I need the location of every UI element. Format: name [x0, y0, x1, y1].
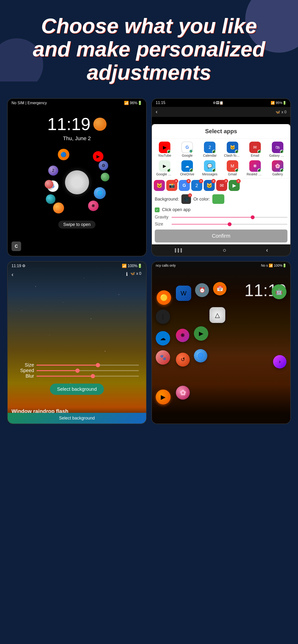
bg-color-row: Background: 🌑 ✕ Or color:	[152, 192, 290, 206]
screenshots-grid: No SIM | Emergency 📶 96%🔋 11:19 Thu, Jun…	[0, 94, 298, 434]
selected-app-2[interactable]: G ✕	[179, 180, 190, 191]
floating-app-youtube[interactable]: ▶	[156, 390, 171, 404]
orb-purple: ⚙	[99, 161, 108, 170]
floating-app-2[interactable]: W	[176, 286, 191, 301]
size-fill	[172, 224, 230, 225]
app-item-gallery[interactable]: 🌸✓ Gallery	[267, 159, 288, 177]
size-slider[interactable]	[172, 224, 287, 225]
selected-app-6[interactable]: ▶ ✕	[229, 180, 240, 191]
orb-orange: 🔵	[58, 149, 69, 160]
app-item-gmail[interactable]: M✓ Gmail	[221, 159, 243, 177]
click-open-checkbox[interactable]: ✓	[155, 208, 160, 212]
floating-app-8[interactable]: ❋	[176, 329, 189, 342]
ss3-statusbar: 11:19 ⚙ 📶 100%🔋	[8, 262, 146, 270]
selected-app-3[interactable]: 2 ✕	[191, 180, 202, 191]
rain-speed-track[interactable]	[37, 370, 139, 371]
remove-badge-5: ✕	[224, 179, 228, 183]
time-ball	[93, 118, 106, 131]
floating-app-9[interactable]: 🐾	[156, 350, 170, 365]
app-item-samsung-int[interactable]: 🌐✓ Samsung Int...	[199, 178, 221, 178]
app-item-email[interactable]: ✉✓ Email	[244, 141, 266, 158]
nav-recents[interactable]: ‹	[266, 247, 268, 254]
rain-size-thumb[interactable]	[96, 363, 100, 367]
app-item-real4d[interactable]: ❋✓ Real4d Wall...	[244, 159, 266, 177]
app-icon-messages: 💬✓	[204, 160, 215, 172]
app-item-phone[interactable]: 📞✓ Phone	[221, 178, 243, 178]
orb-pink: ❋	[88, 200, 99, 211]
rain-overlay	[8, 262, 146, 424]
app-item-google[interactable]: G✓ Google	[176, 141, 198, 158]
floating-app-4[interactable]: 📅	[213, 282, 226, 296]
back-arrow[interactable]: ‹	[12, 271, 14, 278]
floating-app-7[interactable]: ☁	[156, 331, 170, 346]
app-item-youtube[interactable]: ▶✓ YouTube	[154, 141, 175, 158]
color-swatch[interactable]	[212, 194, 224, 204]
orb-red	[45, 180, 53, 188]
rain-size-row: Size	[15, 362, 139, 368]
bg-remove-btn: ✕	[188, 193, 192, 197]
floating-app-13[interactable]: 🌸	[176, 386, 190, 400]
remove-badge-4: ✕	[211, 179, 216, 183]
app-item-messages[interactable]: 💬✓ Messages	[199, 159, 221, 177]
app-item-calendar[interactable]: 2✓ Calendar	[199, 141, 221, 158]
floating-app-10[interactable]: ›	[273, 355, 286, 368]
app-icon-email: ✉✓	[249, 142, 261, 153]
date-display: Thu, June 2	[63, 135, 91, 142]
confirm-button[interactable]: Confirm	[155, 230, 287, 242]
floating-app-1[interactable]: 🟡	[157, 290, 171, 305]
ss4-statusbar: ncy calls only No s 📶 100%🔋	[152, 262, 290, 269]
app-item-galaxy[interactable]: 🛍✓ Galaxy Store	[267, 141, 288, 158]
size-slider-row: Size	[152, 221, 290, 228]
app-item-playstore[interactable]: ▶✓ Google Play...	[154, 159, 175, 177]
apps-grid: ▶✓ YouTube G✓ Google 2✓ Calendar 🐱✓ Clas…	[152, 139, 290, 178]
rain-speed-thumb[interactable]	[75, 368, 80, 373]
floating-app-6[interactable]: ⋮	[156, 310, 170, 324]
gravity-thumb[interactable]	[251, 216, 255, 219]
check-gallery: ✓	[280, 168, 284, 172]
app-icon-galaxy: 🛍✓	[272, 142, 283, 153]
rain-size-fill	[37, 365, 98, 366]
bg-thumb[interactable]: 🌑 ✕	[181, 194, 191, 204]
app-icon-clash: 🐱✓	[227, 142, 238, 153]
rain-size-track[interactable]	[37, 365, 139, 366]
check-clash: ✓	[235, 150, 239, 154]
app-item-contacts[interactable]: 👤✓ Contacts	[154, 178, 175, 178]
header-title: Choose what you like and make personaliz…	[14, 14, 284, 84]
nav-back[interactable]: ⫿⫿⫿	[174, 247, 183, 254]
app-item-samsung-free[interactable]: F✓ Samsung Fr...	[267, 178, 288, 178]
swipe-hint: Swipe to open	[58, 221, 95, 228]
size-thumb[interactable]	[228, 222, 232, 226]
selected-app-4[interactable]: 🐱 ✕	[204, 180, 215, 191]
floating-app-play[interactable]: ▶	[194, 326, 208, 341]
floating-app-11[interactable]: ↺	[176, 353, 190, 366]
nav-home[interactable]: ○	[223, 247, 226, 254]
app-item-clash[interactable]: 🐱✓ Clash for An...	[221, 141, 243, 158]
floating-app-5[interactable]: 🤖	[272, 284, 286, 299]
rain-blur-track[interactable]	[37, 376, 139, 376]
app-item-settings[interactable]: ⚙✓ Settings	[244, 178, 266, 178]
floating-app-3[interactable]: ⏰	[195, 283, 209, 297]
app-item-clock[interactable]: ⏰✓ Clock	[176, 178, 198, 178]
app-item-onedrive[interactable]: ☁✓ OneDrive	[176, 159, 198, 177]
floating-app-12[interactable]: 🌀	[194, 349, 207, 362]
selected-app-5[interactable]: ✉ ✕	[216, 180, 227, 191]
time-display: 11:19	[47, 114, 106, 134]
check-onedrive: ✓	[190, 168, 193, 172]
screenshot-select-apps: 11:15 ⚙🖼📋 📶 95%🔋 ‹ 🦋 x 0 Select apps ▶✓	[152, 98, 291, 256]
select-bg-button[interactable]: Select background	[50, 384, 104, 395]
orb-violet: 2	[48, 166, 58, 176]
check-gmail: ✓	[235, 168, 239, 172]
rain-blur-thumb[interactable]	[91, 374, 95, 378]
orb-teal	[46, 194, 55, 204]
app-icon-gmail: M✓	[227, 160, 238, 172]
selected-app-1[interactable]: 📸 ✕	[166, 180, 177, 191]
selected-app-anim[interactable]: 🐱	[154, 180, 165, 191]
app-icon-playstore: ▶✓	[159, 160, 170, 172]
gravity-slider[interactable]	[172, 217, 287, 218]
header-section: Choose what you like and make personaliz…	[0, 0, 298, 94]
rain-bottom-bar[interactable]: Select background	[8, 413, 146, 424]
c-button[interactable]: C	[12, 242, 21, 251]
floating-app-unity[interactable]: △	[209, 307, 225, 323]
ss2-statusbar: 11:15 ⚙🖼📋 📶 95%🔋	[152, 99, 290, 107]
remove-badge-1: ✕	[174, 179, 178, 183]
